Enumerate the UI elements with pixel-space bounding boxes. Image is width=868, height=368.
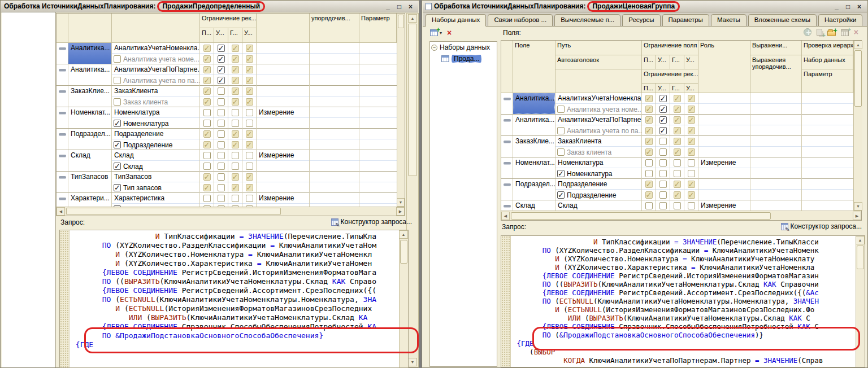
parameter-cell[interactable] [802,136,853,147]
field-name-cell[interactable]: ЗаказКлие... [68,86,112,107]
row-grip-cell[interactable] [501,200,513,211]
checkbox-cell[interactable] [642,147,656,157]
include-checkbox[interactable] [114,184,121,191]
checkbox[interactable] [659,181,667,188]
checkbox-cell[interactable] [200,118,214,129]
checkbox[interactable] [218,109,225,116]
maximize-button[interactable]: □ [844,3,852,11]
scroll-up-icon[interactable]: ▲ [854,41,862,49]
checkbox[interactable] [232,152,239,159]
column-header-u2[interactable]: У... [242,28,257,43]
checkbox-cell[interactable] [670,157,684,168]
checkbox[interactable] [659,116,667,124]
role-cell[interactable] [698,190,750,200]
checkbox-cell[interactable] [670,190,684,200]
query-builder-link[interactable]: Конструктор запроса... [781,222,862,230]
parameter-cell[interactable] [359,64,397,75]
checkbox-cell[interactable] [684,179,698,190]
checkbox-cell[interactable] [642,136,656,147]
checkbox-cell[interactable] [684,115,698,125]
checkbox[interactable] [659,95,667,102]
ordering-cell[interactable] [750,168,802,179]
column-header-expression-ordering[interactable]: Выражения упорядочив... [750,55,802,93]
role-cell[interactable]: Измерение [257,150,310,161]
role-cell[interactable] [257,161,310,172]
checkbox[interactable] [688,148,695,156]
column-header-record-restriction[interactable]: Ограничение рек... [642,69,698,84]
checkbox[interactable] [645,181,653,188]
ordering-cell[interactable] [310,150,359,161]
checkbox[interactable] [674,170,681,177]
ordering-cell[interactable] [310,161,359,172]
checkbox[interactable] [688,170,695,177]
role-cell[interactable]: Измерение [257,193,310,204]
checkbox-cell[interactable] [642,104,656,115]
ordering-cell[interactable] [310,75,359,86]
path-subcell[interactable]: Заказ клиента [112,97,200,107]
checkbox-cell[interactable] [670,93,684,104]
checkbox-cell[interactable] [670,179,684,190]
path-cell[interactable]: АналитикаУчетаНоменкла... [555,93,642,104]
checkbox-cell[interactable] [228,118,242,129]
checkbox[interactable] [659,148,667,156]
checkbox[interactable] [645,127,653,134]
path-cell[interactable]: Номенклатура [112,107,200,118]
column-header-parameter[interactable]: Параметр [802,69,853,93]
scroll-right-icon[interactable]: ▶ [396,207,405,216]
table-row-group[interactable]: ЗаказКлие... ЗаказКлиента Заказ клиента [57,86,397,107]
checkbox[interactable] [218,152,225,159]
checkbox[interactable] [203,66,211,73]
checkbox-cell[interactable] [642,200,656,211]
ordering-cell[interactable] [750,147,802,157]
role-cell[interactable] [698,93,750,104]
checkbox-cell[interactable] [670,115,684,125]
checkbox-cell[interactable] [684,200,698,211]
checkbox-cell[interactable] [200,182,214,193]
checkbox[interactable] [246,77,253,84]
checkbox-cell[interactable] [670,200,684,211]
column-header-ordering[interactable]: упорядочив... [310,14,359,43]
field-name-cell[interactable]: Склад [513,200,555,211]
checkbox-cell[interactable] [684,147,698,157]
role-cell[interactable] [257,118,310,129]
checkbox[interactable] [674,127,681,134]
ordering-cell[interactable] [750,104,802,115]
include-checkbox[interactable] [557,106,565,113]
field-name-cell[interactable]: Подраздел... [68,129,112,150]
close-button[interactable]: × [407,3,414,11]
checkbox[interactable] [674,106,681,113]
checkbox[interactable] [232,77,239,84]
checkbox[interactable] [246,55,253,63]
checkbox-cell[interactable] [228,43,242,54]
column-header-p[interactable]: П... [200,28,214,43]
checkbox[interactable] [674,116,681,124]
checkbox-cell[interactable] [214,150,228,161]
field-name-cell[interactable]: Аналитика... [68,64,112,85]
checkbox[interactable] [203,120,211,127]
ordering-cell[interactable] [750,93,802,104]
checkbox[interactable] [246,152,253,159]
column-header-u1[interactable]: У... [656,55,670,69]
checkbox-cell[interactable] [642,115,656,125]
checkbox-cell[interactable] [214,172,228,182]
scroll-down-icon[interactable]: ▼ [397,198,405,207]
path-subcell[interactable]: Номенклатура [112,118,200,129]
checkbox[interactable] [232,98,239,106]
checkbox-cell[interactable] [200,129,214,139]
ordering-cell[interactable] [310,129,359,139]
checkbox[interactable] [203,184,211,191]
checkbox-cell[interactable] [200,64,214,75]
checkbox-cell[interactable] [242,64,257,75]
table-row-group[interactable]: Склад Склад Измерение Склад [57,150,397,172]
parameter-cell[interactable] [359,182,397,193]
checkbox-cell[interactable] [200,193,214,204]
checkbox-cell[interactable] [228,172,242,182]
parameter-cell[interactable] [359,139,397,150]
checkbox[interactable] [218,98,225,106]
checkbox-cell[interactable] [228,97,242,107]
tab-4[interactable]: Ресурсы [622,14,660,27]
column-header-dataset[interactable]: Набор данных [802,55,853,69]
checkbox[interactable] [674,95,681,102]
delete-field-icon[interactable]: × [854,28,858,37]
column-header-g[interactable]: Г... [670,55,684,69]
